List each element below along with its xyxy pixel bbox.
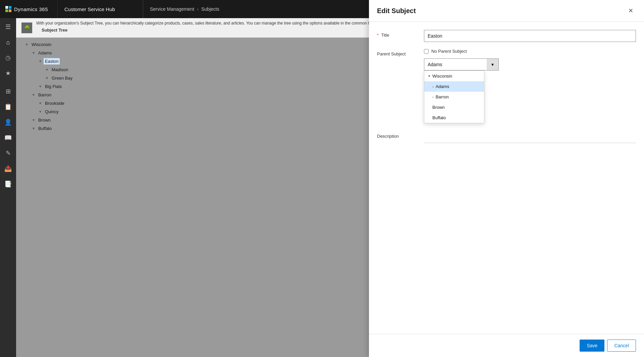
toggle-brookside[interactable]: ▼ — [38, 101, 43, 106]
title-input[interactable] — [424, 30, 636, 42]
sidebar: ☰ ⌂ ◷ ★ ⊞ 📋 👤 📖 ✎ 📤 📑 — [0, 18, 16, 357]
tree-label-easton[interactable]: Easton — [44, 58, 60, 64]
cancel-button[interactable]: Cancel — [607, 340, 636, 352]
toggle-bigflats[interactable]: ▼ — [38, 84, 43, 89]
info-bar-text: With your organization's Subject Tree, y… — [36, 21, 388, 26]
dropdown-item-wisconsin[interactable]: ▾ Wisconsin — [424, 71, 484, 81]
toggle-barron[interactable]: ▼ — [31, 92, 36, 98]
sidebar-item-edit[interactable]: ✎ — [1, 146, 15, 161]
description-label-text: Description — [377, 134, 399, 139]
description-row: Description — [377, 131, 636, 143]
toggle-buffalo[interactable]: ▼ — [31, 126, 36, 131]
sidebar-item-publish[interactable]: 📤 — [1, 161, 15, 176]
tree-label-adams[interactable]: Adams — [37, 50, 53, 56]
breadcrumb-parent[interactable]: Service Management — [150, 6, 194, 12]
sidebar-item-apps[interactable]: ⊞ — [1, 84, 15, 99]
no-parent-checkbox[interactable] — [424, 49, 429, 54]
toggle-quincy[interactable]: ▼ — [38, 109, 43, 115]
sidebar-item-manage[interactable]: 📑 — [1, 177, 15, 191]
no-parent-row: No Parent Subject — [424, 49, 467, 54]
dropdown-item-label-adams: Adams — [436, 84, 449, 89]
panel-header: Edit Subject ✕ — [369, 0, 644, 22]
panel-body: * Title Parent Subject No Parent Subject — [369, 22, 644, 334]
sidebar-item-report[interactable]: 📋 — [1, 99, 15, 114]
title-required-marker: * — [377, 33, 379, 38]
dropdown-item-label-buffalo: Buffalo — [432, 115, 446, 120]
toggle-wisconsin[interactable]: ▼ — [24, 42, 30, 47]
title-row: * Title — [377, 30, 636, 42]
description-field — [424, 131, 636, 143]
close-icon[interactable]: ✕ — [625, 5, 636, 16]
sidebar-item-knowledge[interactable]: 📖 — [1, 130, 15, 145]
brand-area: Dynamics 365 — [0, 0, 58, 18]
chevron-down-icon: ▾ — [428, 74, 430, 78]
sidebar-item-pinned[interactable]: ★ — [1, 66, 15, 81]
breadcrumb-separator: › — [197, 6, 199, 12]
panel-footer: Save Cancel — [369, 334, 644, 357]
parent-subject-row: Parent Subject No Parent Subject ▾ ▾ — [377, 49, 636, 71]
edit-subject-panel: Edit Subject ✕ * Title Parent Subject No… — [369, 0, 644, 357]
dropdown-item-brown[interactable]: Brown — [424, 102, 484, 113]
chevron-right-icon-barron: › — [432, 95, 434, 99]
description-label: Description — [377, 131, 424, 139]
title-field — [424, 30, 636, 42]
parent-subject-label: Parent Subject — [377, 49, 424, 56]
parent-subject-dropdown-wrapper: ▾ ▾ Wisconsin › Adams › Barro — [424, 58, 499, 71]
toggle-madison[interactable]: ▼ — [44, 67, 50, 73]
breadcrumb-current: Subjects — [201, 6, 219, 12]
description-underline — [424, 131, 636, 143]
parent-subject-dropdown-list: ▾ Wisconsin › Adams › Barron Brown — [424, 71, 484, 123]
dropdown-item-barron[interactable]: › Barron — [424, 92, 484, 102]
dropdown-item-buffalo[interactable]: Buffalo — [424, 113, 484, 123]
dropdown-item-label-barron: Barron — [436, 94, 449, 99]
toggle-greenbay[interactable]: ▼ — [44, 76, 50, 81]
tree-label-madison[interactable]: Madison — [50, 66, 69, 73]
sidebar-item-users[interactable]: 👤 — [1, 115, 15, 130]
panel-title: Edit Subject — [377, 7, 416, 15]
sidebar-item-menu[interactable]: ☰ — [1, 19, 15, 34]
tree-label-bigflats[interactable]: Big Flats — [44, 83, 63, 90]
title-label: * Title — [377, 30, 424, 38]
tree-label-greenbay[interactable]: Green Bay — [50, 75, 74, 81]
toggle-easton[interactable]: ▼ — [38, 59, 43, 64]
app-name: Customer Service Hub — [58, 0, 143, 18]
toggle-brown[interactable]: ▼ — [31, 118, 36, 123]
tree-label-brookside[interactable]: Brookside — [44, 100, 66, 106]
sidebar-item-recent[interactable]: ◷ — [1, 50, 15, 65]
parent-subject-label-text: Parent Subject — [377, 51, 406, 56]
tree-label-wisconsin[interactable]: Wisconsin — [30, 41, 53, 48]
subject-tree-label: Subject Tree — [36, 26, 388, 35]
brand-logo — [5, 6, 11, 12]
dropdown-item-label-brown: Brown — [432, 105, 445, 110]
subject-tree-icon: 🌳 — [21, 23, 32, 33]
title-label-text: Title — [381, 33, 389, 38]
dropdown-item-adams[interactable]: › Adams — [424, 81, 484, 92]
chevron-right-icon: › — [432, 85, 434, 89]
tree-label-brown[interactable]: Brown — [37, 117, 52, 123]
dropdown-item-label-wisconsin: Wisconsin — [432, 74, 452, 79]
no-parent-label: No Parent Subject — [431, 49, 467, 54]
toggle-adams[interactable]: ▼ — [31, 50, 36, 56]
save-button[interactable]: Save — [580, 340, 604, 352]
sidebar-item-home[interactable]: ⌂ — [1, 35, 15, 50]
parent-subject-input[interactable] — [424, 58, 499, 71]
tree-label-buffalo[interactable]: Buffalo — [37, 125, 53, 132]
brand-name: Dynamics 365 — [14, 6, 48, 12]
tree-label-quincy[interactable]: Quincy — [44, 108, 60, 115]
tree-label-barron[interactable]: Barron — [37, 92, 53, 98]
